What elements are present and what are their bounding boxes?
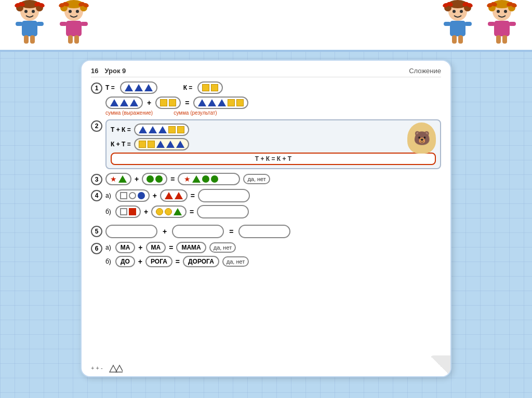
ex6a-equals: = <box>169 243 173 252</box>
ex6b-yn[interactable]: да, нет <box>222 256 249 267</box>
svg-rect-42 <box>464 22 472 26</box>
sq-s2 <box>169 99 176 106</box>
page-number: 16 <box>91 67 98 75</box>
sq-wh2 <box>120 208 127 215</box>
tri-ans <box>192 175 201 183</box>
ex6b-label: б) <box>105 258 111 265</box>
ex4b-plus: + <box>144 208 148 216</box>
girl-right-2 <box>483 0 522 47</box>
svg-rect-11 <box>16 22 23 26</box>
tk-s2 <box>177 126 184 133</box>
sum-labels: сумма (выражение) сумма (результат) <box>105 110 441 116</box>
circle2 <box>155 175 163 183</box>
svg-point-39 <box>460 10 463 13</box>
svg-point-54 <box>504 10 507 13</box>
ex5-addend2[interactable] <box>172 225 224 238</box>
tk-s1 <box>168 126 176 133</box>
tri-s1 <box>110 99 118 106</box>
ex6b-result: ДОРОГА <box>183 256 219 267</box>
ex4a-addend1 <box>115 189 150 202</box>
svg-point-8 <box>24 10 28 13</box>
ex3-row: ★ + = ★ да, нет <box>105 173 441 185</box>
ex3-answer[interactable]: ★ <box>178 173 240 185</box>
sq-r1 <box>228 99 235 106</box>
ex4b-addend2 <box>151 205 187 218</box>
ex6b-part1: ДО <box>115 256 135 267</box>
tri-s3 <box>130 99 138 106</box>
t-shape-box <box>120 81 157 94</box>
ex4a-plus: + <box>153 191 157 200</box>
ex4b-addend1 <box>115 205 141 218</box>
topic-title: Сложение <box>409 67 441 75</box>
ex2-content: Т + К = К + Т = <box>105 119 441 169</box>
tk-t2 <box>149 126 157 133</box>
ex6a-label: а) <box>105 244 111 251</box>
tri3 <box>144 84 153 91</box>
kt-s2 <box>148 141 155 148</box>
ex3-yn[interactable]: да, нет <box>243 174 270 184</box>
sum-result <box>193 97 248 109</box>
tk-t3 <box>158 126 167 133</box>
ex5-number: 5 <box>91 226 102 237</box>
ex5-row: + = <box>105 225 441 238</box>
tri-green2 <box>174 208 182 215</box>
tri-r3 <box>218 99 226 106</box>
ex1-content: Т = К = + <box>105 81 441 116</box>
ex2-box: Т + К = К + Т = <box>105 119 441 169</box>
svg-rect-28 <box>68 35 73 44</box>
sq-white1 <box>120 192 127 199</box>
ex6a-part2: МА <box>146 242 166 253</box>
svg-rect-44 <box>458 35 463 44</box>
ex1-row2: + = <box>105 97 441 109</box>
sq-red1 <box>129 208 136 215</box>
tri-r1 <box>198 99 206 106</box>
svg-marker-60 <box>110 365 117 372</box>
bottom-triangles <box>107 363 123 373</box>
ex4-content: а) + = б) <box>105 189 441 221</box>
tri-r2 <box>208 99 216 106</box>
exercise-5: 5 + = <box>91 225 441 238</box>
svg-rect-43 <box>452 35 457 44</box>
plus-op1: + <box>147 99 151 107</box>
ex6b-plus: + <box>138 257 142 266</box>
tri1 <box>125 84 133 91</box>
ex6-row-b: б) ДО + РОГА = ДОРОГА да, нет <box>105 256 441 267</box>
ex3-number: 3 <box>91 174 102 185</box>
svg-rect-14 <box>30 35 35 44</box>
tri-green1 <box>118 175 127 183</box>
svg-rect-10 <box>22 21 37 36</box>
exercise-4: 4 а) + = б) <box>91 189 441 221</box>
ex1-row1: Т = К = <box>105 81 441 94</box>
ex4a-label: а) <box>105 192 111 199</box>
svg-rect-26 <box>60 22 67 26</box>
svg-marker-61 <box>116 365 123 372</box>
ex6a-yn[interactable]: да, нет <box>209 242 236 253</box>
kt-t2 <box>166 141 175 148</box>
svg-point-24 <box>76 10 79 13</box>
ex6a-part1: МА <box>115 242 136 253</box>
sq-s1 <box>160 99 167 106</box>
tri2 <box>135 84 143 91</box>
t-equals-label: Т = <box>105 84 115 91</box>
svg-rect-12 <box>36 22 44 26</box>
kt-label: К + Т = <box>111 141 131 148</box>
svg-point-53 <box>497 10 500 13</box>
right-characters <box>438 0 522 47</box>
svg-point-23 <box>69 10 72 13</box>
equals-op1: = <box>185 99 189 107</box>
ex6-content: а) МА + МА = МАМА да, нет б) ДО + РОГА =… <box>105 242 441 270</box>
circle-yellow1 <box>156 208 163 215</box>
circle-ans1 <box>202 175 209 183</box>
ex2-conclusion: Т + К = К + Т <box>111 153 436 165</box>
exercise-3: 3 ★ + = ★ да, нет <box>91 173 441 185</box>
left-characters <box>10 0 94 47</box>
sq1 <box>202 84 209 91</box>
ex5-plus: + <box>163 227 167 236</box>
ex5-result[interactable] <box>238 225 290 238</box>
svg-rect-41 <box>444 22 451 26</box>
ex4a-answer[interactable] <box>198 189 250 202</box>
ex4b-answer[interactable] <box>197 205 249 218</box>
ex3-equals: = <box>170 175 175 183</box>
ex5-addend1[interactable] <box>105 225 157 238</box>
main-card: 16 Урок 9 Сложение 1 Т = К = <box>81 60 451 377</box>
